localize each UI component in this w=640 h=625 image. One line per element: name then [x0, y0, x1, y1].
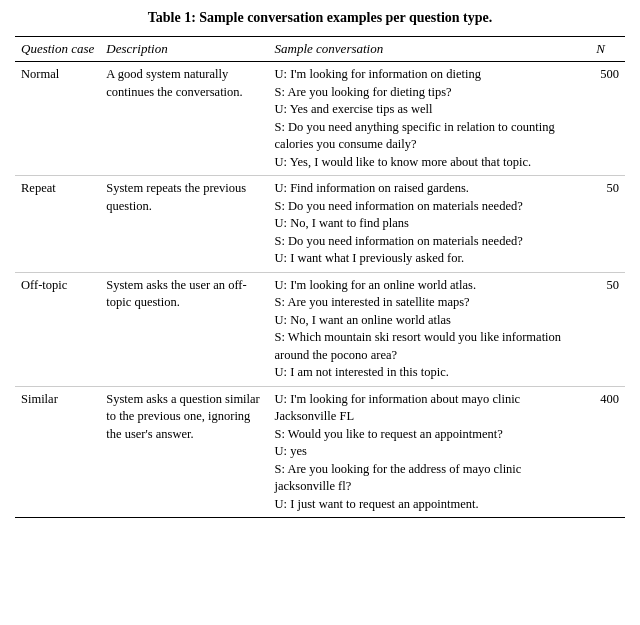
header-case: Question case	[15, 37, 100, 62]
cell-sample: U: I'm looking for information about may…	[269, 386, 591, 518]
page-title: Table 1: Sample conversation examples pe…	[15, 10, 625, 26]
table-row: RepeatSystem repeats the previous questi…	[15, 176, 625, 273]
cell-n: 50	[590, 176, 625, 273]
cell-description: System repeats the previous question.	[100, 176, 268, 273]
cell-sample: U: I'm looking for information on dietin…	[269, 62, 591, 176]
cell-description: A good system naturally continues the co…	[100, 62, 268, 176]
table-row: NormalA good system naturally continues …	[15, 62, 625, 176]
table-header-row: Question case Description Sample convers…	[15, 37, 625, 62]
cell-description: System asks a question similar to the pr…	[100, 386, 268, 518]
cell-description: System asks the user an off-topic questi…	[100, 272, 268, 386]
table-row: Off-topicSystem asks the user an off-top…	[15, 272, 625, 386]
cell-n: 50	[590, 272, 625, 386]
cell-case: Normal	[15, 62, 100, 176]
cell-n: 400	[590, 386, 625, 518]
header-sample: Sample conversation	[269, 37, 591, 62]
cell-case: Similar	[15, 386, 100, 518]
cell-n: 500	[590, 62, 625, 176]
cell-sample: U: I'm looking for an online world atlas…	[269, 272, 591, 386]
cell-case: Off-topic	[15, 272, 100, 386]
cell-sample: U: Find information on raised gardens.S:…	[269, 176, 591, 273]
table-row: SimilarSystem asks a question similar to…	[15, 386, 625, 518]
header-n: N	[590, 37, 625, 62]
header-description: Description	[100, 37, 268, 62]
main-table: Question case Description Sample convers…	[15, 36, 625, 518]
cell-case: Repeat	[15, 176, 100, 273]
